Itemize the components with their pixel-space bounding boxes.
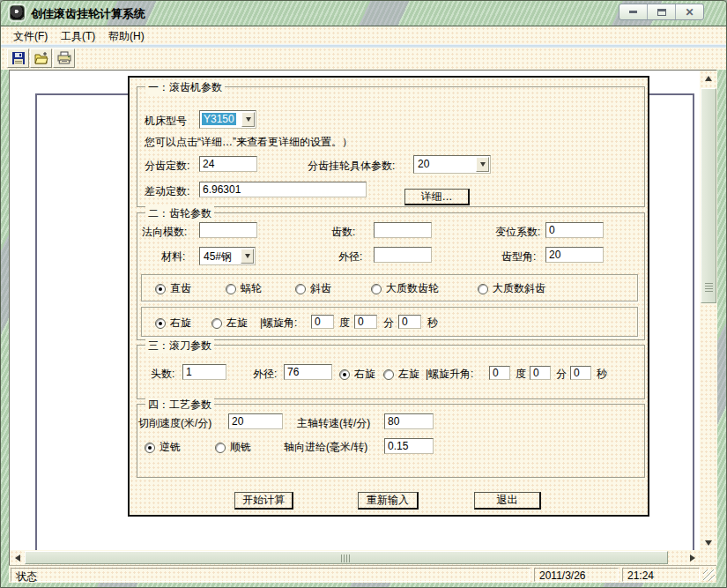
vertical-scrollbar[interactable]	[700, 71, 717, 550]
groupbox-title: 一：滚齿机参数	[145, 80, 225, 95]
arrow-up-icon	[705, 76, 712, 81]
hob-od-input[interactable]	[284, 364, 332, 380]
radio-spur-gear[interactable]: 直齿	[155, 281, 191, 296]
pressure-angle-label: 齿型角:	[501, 250, 536, 263]
radio-label: 右旋	[354, 367, 375, 382]
radio-label: 直齿	[170, 281, 191, 296]
chevron-down-icon[interactable]	[241, 249, 254, 264]
save-button[interactable]	[7, 48, 29, 68]
sec-unit-label: 秒	[427, 316, 438, 329]
groupbox-title: 四：工艺参数	[145, 398, 214, 413]
cutting-speed-label: 切削速度(米/分)	[138, 417, 211, 429]
window-controls: ✕	[619, 4, 704, 20]
reset-input-button[interactable]: 重新输入	[358, 492, 419, 510]
diff-const-input[interactable]	[199, 182, 367, 197]
chevron-down-icon[interactable]	[476, 157, 489, 172]
helix-angle-label: |螺旋角:	[260, 316, 297, 329]
radio-worm-gear[interactable]: 蜗轮	[226, 281, 262, 296]
open-button[interactable]	[30, 48, 52, 68]
radio-icon	[155, 284, 166, 294]
print-button[interactable]	[53, 48, 75, 68]
scroll-right-button[interactable]	[685, 550, 700, 566]
detail-button[interactable]: 详细…	[404, 189, 470, 205]
radio-hob-right-hand[interactable]: 右旋	[339, 367, 375, 382]
vertical-scroll-thumb[interactable]	[701, 88, 716, 303]
sec-unit-label: 秒	[597, 368, 607, 380]
radio-up-milling[interactable]: 逆铣	[145, 440, 181, 455]
helix-deg-input[interactable]	[311, 315, 334, 329]
radio-icon	[339, 369, 350, 380]
menu-tools[interactable]: 工具(T)	[61, 29, 95, 44]
lead-sec-input[interactable]	[570, 366, 591, 380]
material-label: 材料:	[161, 250, 185, 263]
spindle-rpm-label: 主轴转速(转/分)	[297, 417, 370, 429]
module-input[interactable]	[199, 222, 257, 238]
radio-icon	[211, 318, 222, 329]
app-icon	[10, 5, 25, 20]
minimize-icon	[629, 11, 637, 13]
radio-icon	[295, 284, 306, 294]
machine-model-select[interactable]: Y3150	[199, 110, 256, 129]
minimize-button[interactable]	[619, 4, 648, 19]
radio-label: 大质数斜齿	[493, 281, 545, 296]
min-unit-label: 分	[383, 316, 394, 329]
print-icon	[57, 51, 71, 65]
parameter-form: 一：滚齿机参数 机床型号 Y3150 您可以点击“详细…”来查看更详细的设置。）…	[128, 76, 649, 517]
title-bar[interactable]: 创佳滚齿挂轮计算系统 ✕	[1, 1, 726, 26]
scroll-left-button[interactable]	[10, 550, 25, 566]
index-gear-select[interactable]: 20	[413, 155, 491, 174]
cutting-speed-input[interactable]	[228, 413, 283, 429]
status-date-panel: 2011/3/26	[534, 568, 619, 582]
min-unit-label: 分	[556, 368, 567, 380]
axial-feed-input[interactable]	[384, 438, 434, 454]
radio-gear-right-hand[interactable]: 右旋	[155, 316, 191, 331]
chevron-down-icon[interactable]	[241, 112, 255, 127]
teeth-input[interactable]	[374, 222, 432, 238]
radio-helical-gear[interactable]: 斜齿	[295, 281, 331, 296]
menu-bar: 文件(F) 工具(T) 帮助(H)	[1, 26, 726, 44]
radio-prime-gear[interactable]: 大质数齿轮	[371, 281, 439, 296]
restore-icon	[657, 9, 666, 16]
material-select[interactable]: 45#钢	[199, 247, 256, 265]
radio-icon	[226, 284, 236, 294]
status-text: 状态	[16, 570, 37, 583]
machine-model-value: Y3150	[202, 113, 236, 125]
starts-label: 头数:	[151, 368, 174, 380]
exit-button[interactable]: 退出	[474, 492, 541, 510]
machine-model-label: 机床型号	[145, 115, 187, 127]
pressure-angle-input[interactable]	[545, 247, 604, 263]
resize-grip[interactable]	[703, 569, 715, 581]
menu-help[interactable]: 帮助(H)	[108, 29, 145, 44]
restore-button[interactable]	[648, 4, 676, 19]
close-button[interactable]: ✕	[676, 4, 703, 19]
menu-file[interactable]: 文件(F)	[13, 29, 48, 44]
radio-gear-left-hand[interactable]: 左旋	[211, 316, 248, 331]
radio-hob-left-hand[interactable]: 左旋	[383, 367, 419, 382]
lead-min-input[interactable]	[530, 366, 551, 380]
horizontal-scroll-thumb[interactable]	[25, 551, 668, 564]
app-window: 创佳滚齿挂轮计算系统 ✕ 文件(F) 工具(T) 帮助(H)	[0, 0, 727, 588]
spindle-rpm-input[interactable]	[384, 413, 434, 429]
groupbox-title: 三：滚刀参数	[145, 339, 214, 354]
helix-sec-input[interactable]	[398, 315, 421, 329]
radio-label: 逆铣	[159, 440, 181, 455]
save-icon	[11, 51, 26, 65]
index-const-input[interactable]	[199, 156, 257, 172]
status-time-panel: 21:24	[622, 568, 700, 582]
shift-coef-input[interactable]	[545, 222, 604, 238]
gear-od-input[interactable]	[374, 247, 432, 263]
start-calc-button[interactable]: 开始计算	[234, 492, 293, 510]
radio-down-milling[interactable]: 顺铣	[215, 440, 251, 455]
window-title: 创佳滚齿挂轮计算系统	[31, 6, 145, 22]
horizontal-scrollbar[interactable]	[10, 550, 700, 566]
deg-unit-label: 度	[516, 368, 526, 380]
lead-deg-input[interactable]	[489, 366, 510, 380]
status-bar: 状态 2011/3/26 21:24	[9, 565, 716, 583]
helix-min-input[interactable]	[354, 315, 377, 329]
radio-prime-helical-gear[interactable]: 大质数斜齿	[478, 281, 545, 296]
scroll-up-button[interactable]	[700, 71, 717, 86]
gear-od-label: 外径:	[338, 250, 362, 263]
starts-input[interactable]	[182, 364, 226, 380]
deg-unit-label: 度	[339, 316, 350, 329]
scroll-down-button[interactable]	[700, 535, 717, 550]
